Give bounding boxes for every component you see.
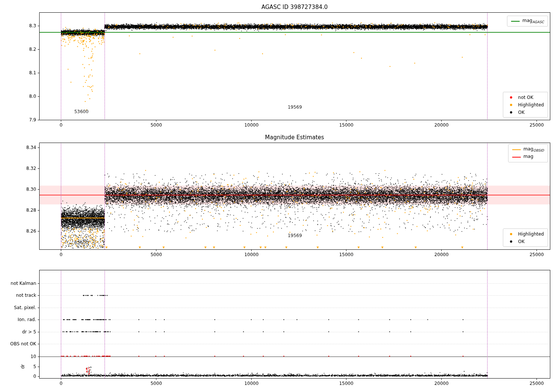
x-tick-label: 25000	[529, 381, 544, 386]
legend-entry: OK	[507, 238, 544, 245]
legend-label-text: OK	[518, 110, 525, 115]
dr-tick-label: 10	[31, 354, 36, 359]
highlighted-dot-icon	[507, 104, 516, 106]
x-tick-label: 0	[60, 252, 63, 257]
x-tick-label: 10000	[244, 123, 258, 128]
legend-entry: OK	[507, 109, 544, 115]
x-tick-label: 15000	[339, 123, 353, 128]
not-ok-dot-icon	[507, 96, 516, 99]
y-tick-label: 8.28	[26, 208, 36, 213]
flag-row-label: not Kalman	[11, 281, 36, 286]
y-tick-label: 8.32	[26, 166, 36, 171]
ok-dot-icon	[507, 111, 516, 113]
legend-label: Highlighted	[518, 102, 544, 108]
legend-label: Highlighted	[518, 231, 544, 237]
legend-label-text: OK	[518, 239, 525, 244]
middle-panel-title: Magnitude Estimates	[265, 134, 324, 141]
mag-obsid-line-swatch	[512, 149, 521, 150]
legend-label: OK	[518, 239, 525, 244]
x-tick-label: 20000	[434, 252, 448, 257]
mag-line-swatch	[512, 157, 521, 158]
annotation: 19569	[288, 105, 302, 110]
legend-mag-agasc: magAGASC	[507, 16, 548, 27]
legend-label-text: Highlighted	[518, 231, 544, 237]
legend-entry: mag	[512, 154, 544, 160]
x-tick-label: 10000	[244, 381, 258, 386]
x-tick-label: 5000	[150, 252, 162, 257]
annotation: 53600	[74, 110, 88, 115]
y-tick-label: 8.26	[26, 229, 36, 234]
text-overlay: 05000100001500020000250007.98.08.18.28.3…	[0, 0, 560, 392]
ok-dot-icon	[507, 240, 516, 243]
legend-label-text: mag	[522, 18, 532, 23]
legend-label: magAGASC	[522, 18, 544, 24]
legend-label: magOBSID	[523, 146, 544, 152]
y-tick-label: 8.34	[26, 145, 36, 150]
legend-label: not OK	[518, 95, 533, 100]
legend-label-sub: AGASC	[532, 21, 544, 24]
flag-row-label: Ion. rad.	[18, 317, 36, 322]
legend-label: mag	[523, 154, 533, 160]
legend-point-types-middle: Highlighted OK	[503, 228, 548, 247]
dr-axis-label: dr	[21, 364, 25, 369]
y-tick-label: 8.30	[26, 187, 36, 192]
legend-label-sub: OBSID	[533, 149, 544, 153]
legend-label-text: mag	[523, 146, 533, 152]
highlighted-dot-icon	[507, 233, 516, 235]
legend-point-types-top: not OK Highlighted OK	[503, 92, 548, 118]
dr-tick-label: 0	[33, 374, 36, 379]
y-tick-label: 7.9	[29, 118, 36, 122]
legend-label-text: not OK	[518, 95, 533, 100]
mag-agasc-line-swatch	[511, 21, 520, 22]
agasc-magnitude-figure: 05000100001500020000250007.98.08.18.28.3…	[0, 0, 560, 392]
y-tick-label: 8.1	[29, 71, 36, 75]
legend-entry: magAGASC	[511, 18, 544, 24]
top-panel-title: AGASC ID 398727384.0	[261, 4, 328, 10]
x-tick-label: 15000	[339, 252, 353, 257]
dr-tick-label: 5	[33, 364, 36, 369]
x-tick-label: 25000	[529, 252, 544, 257]
x-tick-label: 10000	[244, 252, 258, 257]
x-tick-label: 0	[60, 381, 63, 386]
x-tick-label: 25000	[529, 123, 544, 128]
annotation: 53600	[74, 240, 88, 245]
annotation: 19569	[288, 234, 302, 239]
legend-label-text: Highlighted	[518, 102, 544, 108]
y-tick-label: 8.2	[29, 47, 36, 52]
legend-entry: Highlighted	[507, 231, 544, 237]
x-tick-label: 5000	[150, 123, 162, 128]
legend-mag-lines: magOBSID mag	[508, 144, 548, 162]
x-tick-label: 20000	[434, 381, 448, 386]
flag-row-label: Sat. pixel.	[14, 305, 36, 310]
flag-row-label: not track	[16, 293, 36, 298]
x-tick-label: 5000	[150, 381, 162, 386]
x-tick-label: 15000	[339, 381, 353, 386]
flag-row-label: OBS not OK	[10, 342, 36, 346]
legend-entry: Highlighted	[507, 102, 544, 108]
x-tick-label: 0	[60, 123, 63, 128]
flag-row-label: dr > 5	[22, 330, 36, 335]
legend-entry: magOBSID	[512, 146, 544, 153]
legend-label-text: mag	[523, 154, 533, 159]
y-tick-label: 8.0	[29, 94, 36, 99]
legend-entry: not OK	[507, 94, 544, 100]
y-tick-label: 8.3	[29, 24, 36, 28]
legend-label: OK	[518, 110, 525, 115]
x-tick-label: 20000	[434, 123, 448, 128]
